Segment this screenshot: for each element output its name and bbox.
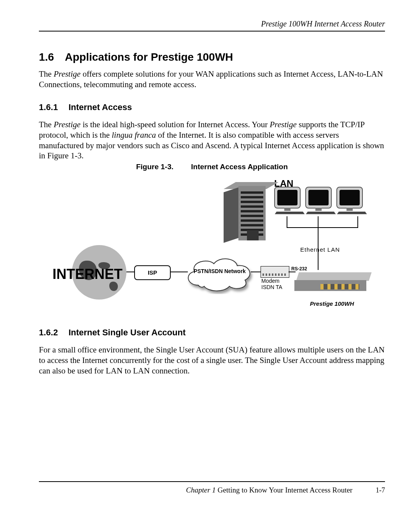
- figure-diagram: LAN Ethernet LAN INTERNET ISP PSTN/ISDN …: [52, 174, 371, 318]
- subsection-2-title: Internet Single User Account: [68, 328, 186, 337]
- router-icon: [294, 272, 370, 291]
- footer-chapter-em: Chapter 1: [186, 486, 217, 494]
- subsection-2-body: For a small office environment, the Sing…: [39, 345, 385, 376]
- rs232-label: RS-232: [291, 266, 307, 272]
- pstn-label: PSTN/ISDN Network: [189, 268, 251, 274]
- footer-chapter: Getting to Know Your Internet Access Rou…: [218, 486, 353, 494]
- section-heading: 1.6 Applications for Prestige 100WH: [39, 51, 385, 63]
- subsection-1-title: Internet Access: [68, 102, 132, 112]
- page-footer: Chapter 1 Getting to Know Your Internet …: [39, 481, 385, 494]
- subsection-1-heading: 1.6.1 Internet Access: [39, 102, 385, 112]
- workstation-icon: [336, 187, 364, 214]
- internet-globe-icon: INTERNET: [52, 248, 138, 307]
- workstation-icon: [274, 187, 301, 214]
- section-number: 1.6: [39, 51, 62, 63]
- network-lines: [274, 216, 366, 271]
- building-icon: [224, 186, 266, 240]
- subsection-1-body: The Prestige is the ideal high-speed sol…: [39, 119, 385, 161]
- workstation-icon: [305, 187, 332, 214]
- subsection-2-heading: 1.6.2 Internet Single User Account: [39, 328, 385, 338]
- modem-label: Modem ISDN TA: [261, 278, 282, 290]
- subsection-1-number: 1.6.1: [39, 102, 66, 112]
- router-label: Prestige 100WH: [310, 300, 354, 307]
- connector-line: [251, 272, 262, 272]
- figure-caption: Figure 1-3. Internet Access Application: [39, 163, 385, 171]
- figure-label: Figure 1-3.: [136, 163, 173, 171]
- figure-title: Internet Access Application: [191, 163, 288, 171]
- subsection-2-number: 1.6.2: [39, 328, 66, 338]
- section-title: Applications for Prestige 100WH: [65, 51, 233, 63]
- internet-label: INTERNET: [52, 266, 122, 282]
- page-number: 1-7: [376, 486, 385, 494]
- modem-icon: [261, 266, 289, 278]
- section-intro: The Prestige offers complete solutions f…: [39, 69, 385, 90]
- ethernet-label: Ethernet LAN: [300, 246, 340, 253]
- running-header: Prestige 100WH Internet Access Router: [39, 19, 385, 32]
- isp-box: ISP: [134, 265, 171, 280]
